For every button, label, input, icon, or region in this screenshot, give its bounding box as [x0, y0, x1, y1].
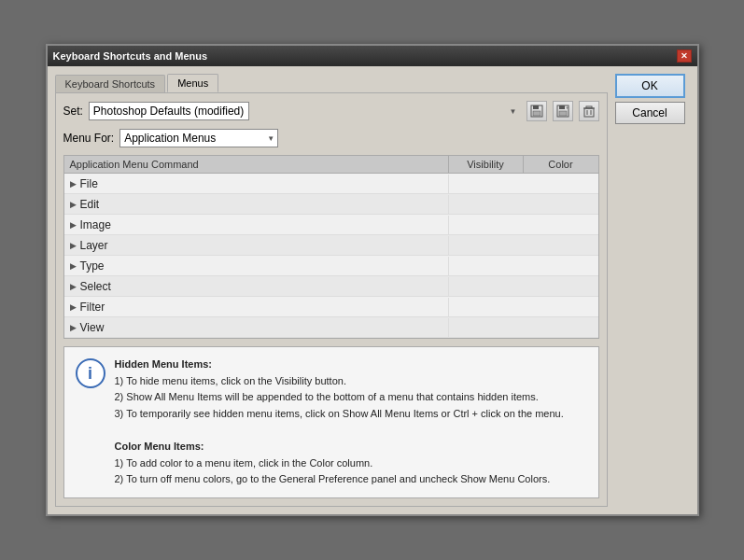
set-select-wrapper: Photoshop Defaults (modified) [89, 102, 521, 120]
expand-icon[interactable]: ▶ [70, 323, 77, 332]
row-label: Image [80, 218, 111, 231]
expand-icon[interactable]: ▶ [70, 302, 77, 312]
titlebar: Keyboard Shortcuts and Menus ✕ [48, 46, 697, 66]
table-row[interactable]: ▶ Image [64, 215, 598, 235]
row-label: Layer [80, 239, 108, 252]
delete-set-button[interactable] [579, 101, 599, 121]
main-panel: Keyboard Shortcuts Menus Set: Photoshop … [55, 74, 608, 507]
table-header: Application Menu Command Visibility Colo… [64, 156, 598, 174]
content-area: Keyboard Shortcuts Menus Set: Photoshop … [48, 66, 697, 514]
hidden-menu-title: Hidden Menu Items: [115, 357, 587, 373]
th-visibility: Visibility [449, 156, 524, 173]
row-command: ▶ File [64, 175, 449, 193]
save-as-set-button[interactable]: + [553, 101, 573, 121]
expand-icon[interactable]: ▶ [70, 282, 77, 291]
set-select[interactable]: Photoshop Defaults (modified) [89, 102, 249, 120]
window-title: Keyboard Shortcuts and Menus [53, 50, 208, 62]
svg-rect-1 [533, 105, 539, 109]
main-window: Keyboard Shortcuts and Menus ✕ Keyboard … [46, 44, 699, 516]
row-command: ▶ Image [64, 216, 449, 234]
delete-icon [583, 105, 596, 118]
expand-icon[interactable]: ▶ [70, 220, 77, 230]
row-label: Filter [80, 301, 105, 314]
info-text: Hidden Menu Items: 1) To hide menu items… [115, 357, 587, 488]
th-color: Color [524, 156, 598, 173]
table-row[interactable]: ▶ Type [64, 256, 598, 276]
svg-rect-7 [584, 108, 594, 117]
table-row[interactable]: ▶ Filter [64, 297, 598, 317]
row-label: File [80, 177, 98, 190]
svg-text:+: + [566, 105, 569, 110]
svg-rect-4 [559, 105, 565, 109]
info-icon: i [76, 358, 105, 388]
tab-keyboard-shortcuts[interactable]: Keyboard Shortcuts [55, 75, 166, 92]
row-label: Type [80, 259, 105, 273]
save-set-button[interactable] [526, 101, 547, 121]
expand-icon[interactable]: ▶ [70, 241, 77, 250]
set-label: Set: [63, 105, 83, 118]
set-row: Set: Photoshop Defaults (modified) [63, 101, 599, 121]
close-button[interactable]: ✕ [677, 49, 692, 63]
row-command: ▶ Layer [64, 236, 449, 255]
row-label: Select [80, 280, 111, 293]
svg-rect-5 [559, 111, 567, 116]
row-label: View [80, 321, 105, 334]
inner-panel: Set: Photoshop Defaults (modified) [55, 92, 608, 507]
row-command: ▶ Filter [64, 298, 449, 316]
menufor-label: Menu For: [63, 132, 115, 145]
th-command: Application Menu Command [64, 156, 449, 173]
menu-table: Application Menu Command Visibility Colo… [63, 155, 599, 339]
side-buttons: OK Cancel [615, 74, 690, 507]
row-command: ▶ Edit [64, 195, 449, 214]
table-row[interactable]: ▶ View [64, 317, 598, 338]
color-menu-line2: 2) To turn off menu colors, go to the Ge… [115, 471, 587, 488]
row-command: ▶ View [64, 318, 449, 337]
menufor-select[interactable]: Application MenusPanel MenusTools [119, 129, 278, 147]
info-box: i Hidden Menu Items: 1) To hide menu ite… [63, 346, 599, 498]
save-as-icon: + [556, 105, 569, 118]
table-row[interactable]: ▶ Edit [64, 194, 598, 215]
svg-rect-2 [533, 111, 540, 116]
tab-menus[interactable]: Menus [167, 74, 218, 92]
menufor-row: Menu For: Application MenusPanel MenusTo… [63, 129, 599, 147]
tab-bar: Keyboard Shortcuts Menus [55, 74, 608, 92]
table-body[interactable]: ▶ File ▶ Edit ▶ Image ▶ Layer [64, 174, 598, 338]
cancel-button[interactable]: Cancel [615, 102, 685, 124]
table-row[interactable]: ▶ Select [64, 276, 598, 297]
save-icon [530, 105, 543, 118]
hidden-menu-line1: 1) To hide menu items, click on the Visi… [115, 373, 587, 390]
svg-rect-9 [586, 106, 592, 108]
table-row[interactable]: ▶ Layer [64, 235, 598, 256]
hidden-menu-line3: 3) To temporarily see hidden menu items,… [115, 406, 587, 423]
expand-icon[interactable]: ▶ [70, 261, 77, 271]
hidden-menu-line2: 2) Show All Menu Items will be appended … [115, 389, 587, 406]
menufor-select-wrapper: Application MenusPanel MenusTools [119, 129, 278, 147]
ok-button[interactable]: OK [615, 74, 685, 98]
row-label: Edit [80, 198, 100, 211]
color-menu-title: Color Menu Items: [115, 439, 587, 455]
table-row[interactable]: ▶ File [64, 174, 598, 194]
color-menu-line1: 1) To add color to a menu item, click in… [115, 455, 587, 472]
row-command: ▶ Select [64, 277, 449, 296]
expand-icon[interactable]: ▶ [70, 200, 77, 209]
row-command: ▶ Type [64, 257, 449, 275]
expand-icon[interactable]: ▶ [70, 179, 77, 189]
